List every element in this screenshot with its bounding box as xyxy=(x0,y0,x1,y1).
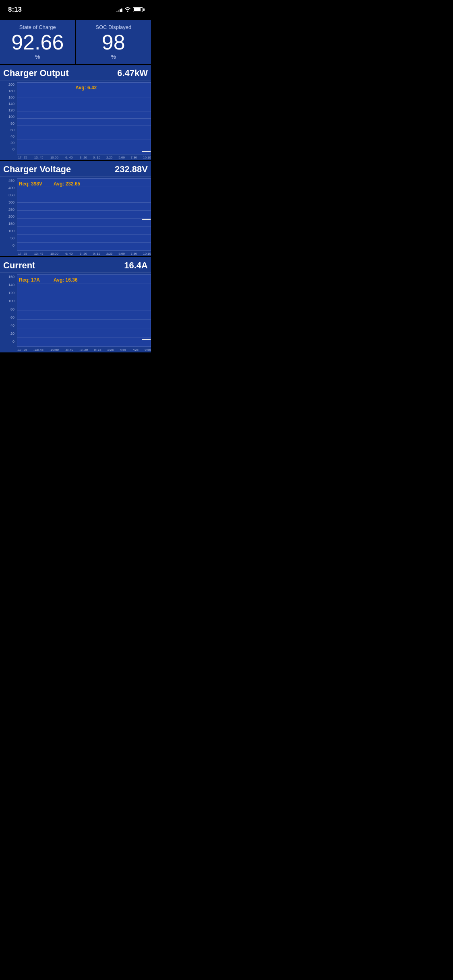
signal-icon xyxy=(116,7,122,12)
soc-value-1: 92.66 xyxy=(3,32,72,53)
chart-section-0: Charger Output 6.47kW 200180160140120100… xyxy=(0,65,151,160)
chart-title-0: Charger Output xyxy=(3,68,69,78)
soc-label-1: State of Charge xyxy=(3,24,72,30)
chart-title-2: Current xyxy=(3,260,35,271)
wifi-icon xyxy=(124,6,131,13)
chart-header-0: Charger Output 6.47kW xyxy=(0,65,151,80)
chart-header-2: Current 16.4A xyxy=(0,257,151,273)
soc-card-state-of-charge: State of Charge 92.66 % xyxy=(0,20,75,64)
chart-current-value-0: 6.47kW xyxy=(117,68,148,78)
battery-icon xyxy=(133,7,143,12)
chart-section-2: Current 16.4A 150140120100806040200 Avg:… xyxy=(0,257,151,352)
status-time: 8:13 xyxy=(8,6,22,14)
soc-unit-1: % xyxy=(3,54,72,60)
top-spacer xyxy=(0,17,151,20)
status-icons xyxy=(116,6,143,13)
soc-unit-2: % xyxy=(79,54,148,60)
chart-header-1: Charger Voltage 232.88V xyxy=(0,161,151,177)
soc-label-2: SOC Displayed xyxy=(79,24,148,30)
chart-section-1: Charger Voltage 232.88V 4504003503002502… xyxy=(0,161,151,256)
soc-row: State of Charge 92.66 % SOC Displayed 98… xyxy=(0,20,151,64)
soc-value-2: 98 xyxy=(79,32,148,53)
chart-current-value-2: 16.4A xyxy=(124,260,148,271)
chart-current-value-1: 232.88V xyxy=(115,164,148,175)
chart-title-1: Charger Voltage xyxy=(3,164,71,175)
soc-card-displayed: SOC Displayed 98 % xyxy=(76,20,151,64)
charts-container: Charger Output 6.47kW 200180160140120100… xyxy=(0,65,151,352)
status-bar: 8:13 xyxy=(0,0,151,17)
